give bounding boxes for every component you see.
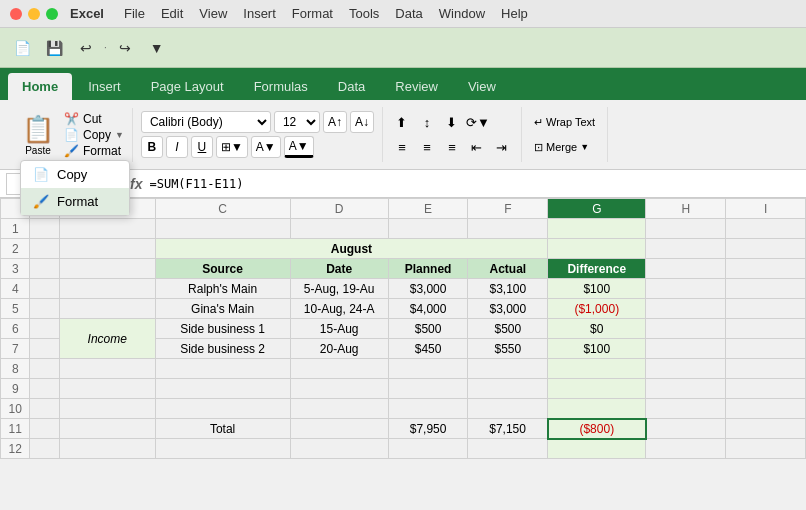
cell-i10[interactable] xyxy=(726,399,806,419)
cell-i11[interactable] xyxy=(726,419,806,439)
cell-h9[interactable] xyxy=(646,379,726,399)
dropdown-copy[interactable]: 📄 Copy xyxy=(21,161,129,188)
cell-f11[interactable]: $7,150 xyxy=(468,419,548,439)
col-header-i[interactable]: I xyxy=(726,199,806,219)
menu-insert[interactable]: Insert xyxy=(243,6,276,21)
menu-tools[interactable]: Tools xyxy=(349,6,379,21)
menu-view[interactable]: View xyxy=(199,6,227,21)
increase-font-btn[interactable]: A↑ xyxy=(323,111,347,133)
cell-h6[interactable] xyxy=(646,319,726,339)
cell-f6[interactable]: $500 xyxy=(468,319,548,339)
cell-b1[interactable] xyxy=(59,219,155,239)
cell-h10[interactable] xyxy=(646,399,726,419)
increase-indent-btn[interactable]: ⇥ xyxy=(491,136,513,158)
paste-button[interactable]: 📋 Paste xyxy=(16,112,60,158)
cell-h5[interactable] xyxy=(646,299,726,319)
cell-g11-selected[interactable]: ($800) xyxy=(548,419,646,439)
cell-i3[interactable] xyxy=(726,259,806,279)
cell-e6[interactable]: $500 xyxy=(388,319,468,339)
cell-h8[interactable] xyxy=(646,359,726,379)
cell-i5[interactable] xyxy=(726,299,806,319)
cell-a9[interactable] xyxy=(30,379,59,399)
cell-b10[interactable] xyxy=(59,399,155,419)
cell-b3[interactable] xyxy=(59,259,155,279)
cell-e1[interactable] xyxy=(388,219,468,239)
cell-b9[interactable] xyxy=(59,379,155,399)
cell-e11[interactable]: $7,950 xyxy=(388,419,468,439)
cell-h4[interactable] xyxy=(646,279,726,299)
cell-a10[interactable] xyxy=(30,399,59,419)
cell-c9[interactable] xyxy=(155,379,290,399)
save-button[interactable]: 💾 xyxy=(40,34,68,62)
cell-i12[interactable] xyxy=(726,439,806,459)
cell-f4[interactable]: $3,100 xyxy=(468,279,548,299)
new-button[interactable]: 📄 xyxy=(8,34,36,62)
col-header-d[interactable]: D xyxy=(290,199,388,219)
cell-a5[interactable] xyxy=(30,299,59,319)
cell-b12[interactable] xyxy=(59,439,155,459)
cell-d9[interactable] xyxy=(290,379,388,399)
fill-color-button[interactable]: A▼ xyxy=(251,136,281,158)
cell-a4[interactable] xyxy=(30,279,59,299)
cell-a11[interactable] xyxy=(30,419,59,439)
cell-g2[interactable] xyxy=(548,239,646,259)
cell-d5[interactable]: 10-Aug, 24-A xyxy=(290,299,388,319)
cell-g5[interactable]: ($1,000) xyxy=(548,299,646,319)
cell-d6[interactable]: 15-Aug xyxy=(290,319,388,339)
cell-e10[interactable] xyxy=(388,399,468,419)
cell-d4[interactable]: 5-Aug, 19-Au xyxy=(290,279,388,299)
cell-d11[interactable] xyxy=(290,419,388,439)
cell-f3[interactable]: Actual xyxy=(468,259,548,279)
cell-g6[interactable]: $0 xyxy=(548,319,646,339)
cell-g7[interactable]: $100 xyxy=(548,339,646,359)
cell-e8[interactable] xyxy=(388,359,468,379)
cell-d3[interactable]: Date xyxy=(290,259,388,279)
cell-g10[interactable] xyxy=(548,399,646,419)
cell-h1[interactable] xyxy=(646,219,726,239)
cell-a2[interactable] xyxy=(30,239,59,259)
col-header-g[interactable]: G xyxy=(548,199,646,219)
italic-button[interactable]: I xyxy=(166,136,188,158)
cell-f5[interactable]: $3,000 xyxy=(468,299,548,319)
col-header-e[interactable]: E xyxy=(388,199,468,219)
cell-c8[interactable] xyxy=(155,359,290,379)
col-header-h[interactable]: H xyxy=(646,199,726,219)
cell-g3[interactable]: Difference xyxy=(548,259,646,279)
font-size-select[interactable]: 12 xyxy=(274,111,320,133)
dropdown-format[interactable]: 🖌️ Format xyxy=(21,188,129,215)
cell-i6[interactable] xyxy=(726,319,806,339)
cell-c10[interactable] xyxy=(155,399,290,419)
cell-c1[interactable] xyxy=(155,219,290,239)
cell-g8[interactable] xyxy=(548,359,646,379)
cell-d12[interactable] xyxy=(290,439,388,459)
tab-view[interactable]: View xyxy=(454,73,510,100)
cell-b11[interactable] xyxy=(59,419,155,439)
format-item[interactable]: 🖌️ Format xyxy=(64,144,124,158)
cell-c7[interactable]: Side business 2 xyxy=(155,339,290,359)
align-top-btn[interactable]: ⬆ xyxy=(391,111,413,133)
cell-c4[interactable]: Ralph's Main xyxy=(155,279,290,299)
menu-format[interactable]: Format xyxy=(292,6,333,21)
menu-data[interactable]: Data xyxy=(395,6,422,21)
menu-window[interactable]: Window xyxy=(439,6,485,21)
cell-b2[interactable] xyxy=(59,239,155,259)
tab-formulas[interactable]: Formulas xyxy=(240,73,322,100)
col-header-c[interactable]: C xyxy=(155,199,290,219)
cell-g1[interactable] xyxy=(548,219,646,239)
cell-c11[interactable]: Total xyxy=(155,419,290,439)
cell-f9[interactable] xyxy=(468,379,548,399)
cell-b8[interactable] xyxy=(59,359,155,379)
cell-e7[interactable]: $450 xyxy=(388,339,468,359)
cell-august[interactable]: August xyxy=(155,239,548,259)
cell-i4[interactable] xyxy=(726,279,806,299)
align-center-btn[interactable]: ≡ xyxy=(416,136,438,158)
more-button[interactable]: ▼ xyxy=(143,34,171,62)
decrease-font-btn[interactable]: A↓ xyxy=(350,111,374,133)
decrease-indent-btn[interactable]: ⇤ xyxy=(466,136,488,158)
copy-item[interactable]: 📄 Copy ▼ xyxy=(64,128,124,142)
cell-f8[interactable] xyxy=(468,359,548,379)
cell-i9[interactable] xyxy=(726,379,806,399)
borders-button[interactable]: ⊞▼ xyxy=(216,136,248,158)
cell-i1[interactable] xyxy=(726,219,806,239)
align-middle-btn[interactable]: ↕ xyxy=(416,111,438,133)
